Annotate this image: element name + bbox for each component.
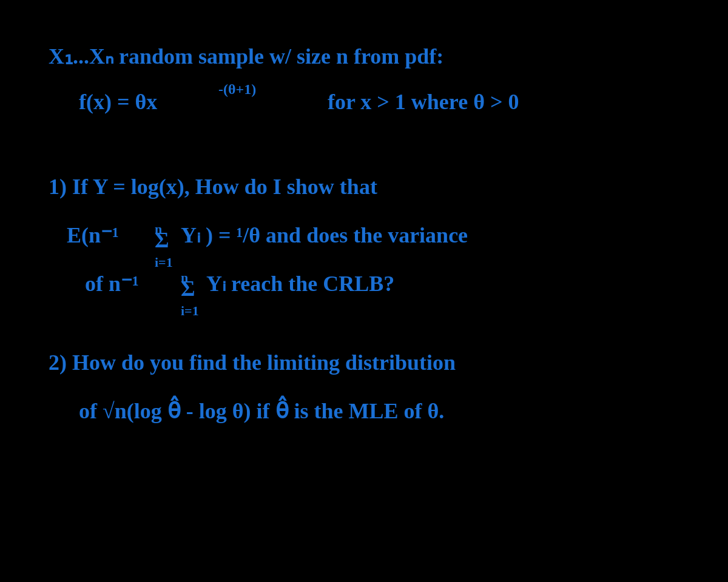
line1-text: X₁...Xₙ random sample w/ size n from pdf… xyxy=(49,44,443,69)
line4-sigma: Σ xyxy=(155,228,169,252)
line5-text: of n⁻¹ xyxy=(85,272,139,296)
line5-sum-lower: i=1 xyxy=(181,303,199,318)
line2-condition: for x > 1 where θ > 0 xyxy=(328,90,519,114)
line2-exponent: -(θ+1) xyxy=(218,81,256,97)
line6-text: 2) How do you find the limiting distribu… xyxy=(49,350,456,375)
content-area: X₁...Xₙ random sample w/ size n from pdf… xyxy=(30,18,698,564)
line4-yi: Yᵢ ) = ¹/θ and does the variance xyxy=(181,223,468,247)
line4-text: E(n⁻¹ xyxy=(67,223,119,247)
line2-fx: f(x) = θx xyxy=(79,90,157,114)
line5-rest: Yᵢ reach the CRLB? xyxy=(206,272,394,296)
line5-sigma: Σ xyxy=(181,276,195,301)
page: X₁...Xₙ random sample w/ size n from pdf… xyxy=(0,0,728,582)
handwritten-notes: X₁...Xₙ random sample w/ size n from pdf… xyxy=(30,18,728,582)
line4-sum-lower: i=1 xyxy=(155,255,173,270)
line7-text: of √n(log θ̂ - log θ) if θ̂ is the MLE o… xyxy=(79,395,444,423)
line3-text: 1) If Y = log(x), How do I show that xyxy=(49,175,377,199)
